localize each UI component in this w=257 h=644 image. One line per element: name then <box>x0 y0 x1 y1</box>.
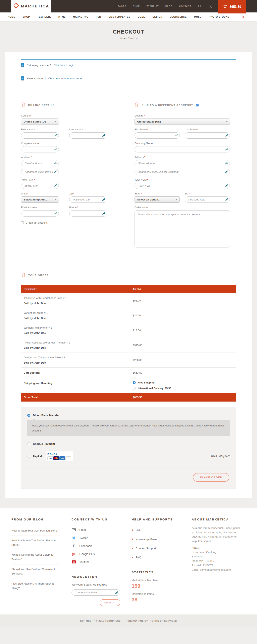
autofill-icon[interactable] <box>54 162 57 165</box>
nav-psd[interactable]: PSD <box>96 16 101 18</box>
nav-shop[interactable]: SHOP <box>23 16 30 18</box>
contact-support-link[interactable]: Contact Support <box>132 544 180 553</box>
autofill-icon[interactable] <box>225 148 228 151</box>
search-icon[interactable] <box>198 4 202 8</box>
terms-link[interactable]: TERMS OF SERVICES <box>150 620 177 622</box>
autofill-icon[interactable] <box>102 134 105 137</box>
autofill-icon[interactable] <box>225 184 228 188</box>
radio-selected-icon[interactable] <box>27 414 30 417</box>
top-bar: MARKETICA PAGES SHOP WISHLIST BLOG CONTA… <box>0 0 257 12</box>
newsletter-email-input[interactable] <box>72 589 120 596</box>
shipping-country-select[interactable]: United States (US) <box>134 118 230 125</box>
autofill-icon[interactable] <box>115 591 118 594</box>
nav-template[interactable]: TEMPLATE <box>37 16 51 18</box>
nav-muse[interactable]: MUSE <box>194 16 202 18</box>
blog-link[interactable]: How To Start Your Own Fashion Store? <box>12 526 60 536</box>
autofill-icon[interactable] <box>225 198 228 201</box>
autofill-icon[interactable] <box>225 162 228 165</box>
topnav-wishlist[interactable]: WISHLIST <box>146 5 159 8</box>
signup-button[interactable]: SIGN UP <box>100 599 120 606</box>
billing-first-name-input[interactable] <box>21 132 59 138</box>
shipping-state-select[interactable]: Select an option... <box>134 196 180 203</box>
billing-state-select[interactable]: Select an option... <box>21 196 59 203</box>
autofill-icon[interactable] <box>225 170 228 174</box>
breadcrumb-home[interactable]: Home <box>119 37 125 40</box>
autofill-icon[interactable] <box>225 134 228 137</box>
billing-zip-input[interactable] <box>69 196 107 203</box>
social-facebook-link[interactable]: f Facebook <box>72 542 120 550</box>
free-shipping-option[interactable]: Free Shipping <box>133 381 171 384</box>
radio-icon[interactable] <box>27 442 30 445</box>
social-email-link[interactable]: Email <box>72 526 120 534</box>
nav-home[interactable]: HOME <box>8 16 15 18</box>
logo[interactable]: MARKETICA <box>11 0 52 12</box>
place-order-button[interactable]: PLACE ORDER <box>193 473 229 482</box>
shipping-last-name-input[interactable] <box>185 132 230 138</box>
shipping-first-name-input[interactable] <box>134 132 180 138</box>
nav-design[interactable]: DESIGN <box>152 16 162 18</box>
international-delivery-option[interactable]: International Delivery: $5.90 <box>133 387 171 390</box>
billing-town-input[interactable] <box>21 182 59 189</box>
account-icon[interactable] <box>208 4 212 8</box>
blog-link[interactable]: How To Choose The Perfect Fashion Store? <box>12 536 60 550</box>
login-link[interactable]: Click here to login <box>54 64 74 67</box>
radio-selected-icon[interactable] <box>133 381 136 384</box>
nav-html[interactable]: HTML <box>58 16 66 18</box>
blog-link[interactable]: Should You Use Fashion Consultant Servic… <box>12 564 60 579</box>
nav-cms-templates[interactable]: CMS TEMPLATES <box>108 16 130 18</box>
radio-icon[interactable] <box>133 387 136 390</box>
autofill-icon[interactable] <box>54 170 57 174</box>
billing-company-input[interactable] <box>21 146 59 152</box>
blog-link[interactable]: Plus Size Fashion: Is There Such a Thing… <box>12 579 60 594</box>
autofill-icon[interactable] <box>102 198 105 201</box>
social-twitter-link[interactable]: Twitter <box>72 534 120 542</box>
autofill-icon[interactable] <box>102 212 105 215</box>
autofill-icon[interactable] <box>54 148 57 151</box>
blog-link[interactable]: What is So Alluring About Celebrity Fash… <box>12 550 60 564</box>
autofill-icon[interactable] <box>174 134 178 137</box>
paypal-option[interactable]: PayPal P PayPal VISA AMEX DISCOVER What … <box>27 451 230 461</box>
social-youtube-link[interactable]: YouTube Youtube <box>72 558 120 566</box>
nav-marketing[interactable]: MARKETING <box>73 16 88 18</box>
autofill-icon[interactable] <box>54 212 57 215</box>
chevron-down-icon <box>176 199 177 200</box>
coupon-link[interactable]: Click here to enter your code <box>48 77 82 80</box>
shipping-zip-input[interactable] <box>185 196 230 203</box>
billing-email-input[interactable] <box>21 210 59 216</box>
topnav-contact[interactable]: CONTACT <box>179 5 191 8</box>
topnav-shop[interactable]: SHOP <box>133 5 140 8</box>
shipping-town-input[interactable] <box>134 182 230 189</box>
shipping-company-input[interactable] <box>134 146 230 152</box>
footer: FROM OUR BLOG How To Start Your Own Fash… <box>0 508 257 614</box>
radio-icon[interactable] <box>27 455 30 458</box>
autofill-icon[interactable] <box>54 184 57 188</box>
your-order-title: YOUR ORDER <box>28 274 49 277</box>
more-chevrons-icon[interactable] <box>242 15 245 18</box>
nav-code[interactable]: CODE <box>138 16 145 18</box>
billing-last-name-input[interactable] <box>69 132 107 138</box>
social-googleplus-link[interactable]: g+ Google Plus <box>72 550 120 558</box>
cart-button[interactable]: $653.50 <box>218 0 246 14</box>
create-account-checkbox[interactable] <box>21 221 24 224</box>
order-notes-textarea[interactable] <box>134 210 230 248</box>
what-is-paypal-link[interactable]: What is PayPal? <box>211 455 230 458</box>
topnav-blog[interactable]: BLOG <box>165 5 172 8</box>
billing-country-select[interactable]: United States (US) <box>21 118 59 125</box>
billing-phone-input[interactable] <box>69 210 107 216</box>
autofill-icon[interactable] <box>54 134 57 137</box>
bank-transfer-option[interactable]: Direct Bank Transfer <box>27 414 230 417</box>
cheque-payment-option[interactable]: Cheque Payment <box>27 442 230 445</box>
billing-street-input[interactable] <box>21 160 59 166</box>
shipping-street-input[interactable] <box>134 160 230 166</box>
faq-link[interactable]: FAQ <box>132 553 180 562</box>
ship-different-checkbox[interactable] <box>196 104 198 106</box>
nav-ecommerce[interactable]: ECOMMERCE <box>170 16 186 18</box>
help-link[interactable]: Help <box>132 526 180 535</box>
items-count: 38 <box>132 596 180 603</box>
topnav-pages[interactable]: PAGES <box>118 5 126 8</box>
nav-photo-stocks[interactable]: PHOTO STOCKS <box>209 16 229 18</box>
shipping-apartment-input[interactable] <box>134 169 230 175</box>
billing-apartment-input[interactable] <box>21 169 59 175</box>
knowledge-base-link[interactable]: Knowladge Base <box>132 535 180 544</box>
privacy-policy-link[interactable]: PRIVACY POLICY <box>127 620 148 622</box>
